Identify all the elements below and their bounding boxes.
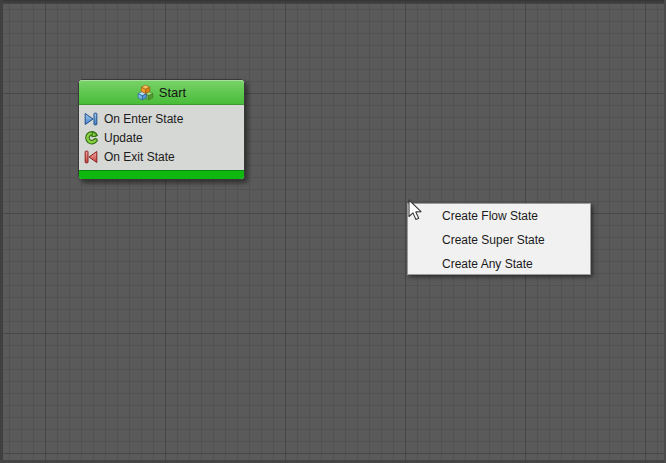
state-node-title: Start [159,85,186,100]
event-label: On Exit State [104,150,175,164]
update-loop-icon [84,131,98,145]
event-label: Update [104,131,143,145]
state-node-header[interactable]: Start [79,80,244,105]
state-node-start[interactable]: Start On Enter State [78,79,245,180]
state-node-body: On Enter State Update [79,105,244,170]
canvas-edge-left [0,0,3,463]
event-row-on-exit: On Exit State [84,147,239,166]
menu-item-create-flow-state[interactable]: Create Flow State [408,204,590,228]
state-cubes-icon [137,84,154,101]
state-node-footer [79,170,244,179]
enter-state-icon [84,112,98,126]
exit-state-icon [84,150,98,164]
graph-canvas[interactable]: Start On Enter State [0,0,666,463]
canvas-edge-top [0,0,666,4]
menu-item-create-any-state[interactable]: Create Any State [408,252,590,276]
event-row-on-enter: On Enter State [84,109,239,128]
menu-item-create-super-state[interactable]: Create Super State [408,228,590,252]
event-label: On Enter State [104,112,183,126]
event-row-update: Update [84,128,239,147]
context-menu: Create Flow State Create Super State Cre… [407,203,591,275]
